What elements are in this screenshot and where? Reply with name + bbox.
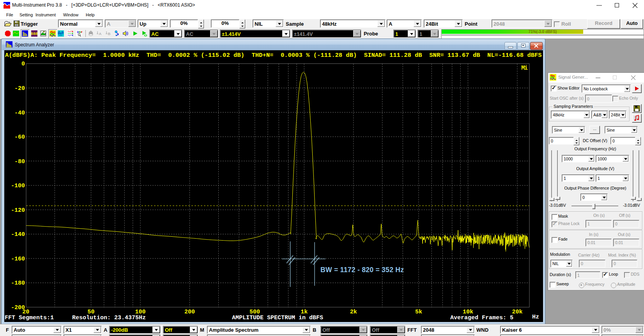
svg-text:A: A [99,32,101,36]
svg-text:888: 888 [31,32,37,36]
svg-text:-40: -40 [14,110,25,116]
svg-text:-140: -140 [11,231,25,238]
svg-text:-160: -160 [11,256,25,262]
svg-text:Mi: Mi [521,65,528,72]
svg-text:Averaged Frames: 5: Averaged Frames: 5 [450,315,513,321]
svg-text:A(dBFS)A: Peak Frequency= 1.0: A(dBFS)A: Peak Frequency= 1.0000 kHz THD… [5,52,542,59]
svg-text:BW = 1172 - 820 = 352 Hz: BW = 1172 - 820 = 352 Hz [320,266,404,274]
svg-text:Hz: Hz [532,314,539,320]
svg-text:-80: -80 [14,158,25,165]
svg-text:20k: 20k [512,309,522,315]
svg-text:Resolution: 23.4375Hz: Resolution: 23.4375Hz [72,315,146,321]
svg-text:B: B [108,32,110,36]
svg-text:-60: -60 [14,134,25,141]
svg-text:2k: 2k [350,309,357,315]
svg-text:200: 200 [184,309,195,315]
svg-text:-180: -180 [11,280,25,287]
svg-text:AMPLITUDE SPECTRUM in dBFS: AMPLITUDE SPECTRUM in dBFS [232,315,323,321]
svg-text:DDP: DDP [77,30,82,34]
svg-text:-20: -20 [14,85,25,92]
svg-text:FFT Segments:1: FFT Segments:1 [5,315,54,321]
svg-text:DUT: DUT [58,32,64,35]
svg-text:-120: -120 [11,207,25,214]
svg-text:5k: 5k [415,309,422,315]
svg-text:-100: -100 [11,183,25,189]
svg-text:0: 0 [21,61,25,67]
